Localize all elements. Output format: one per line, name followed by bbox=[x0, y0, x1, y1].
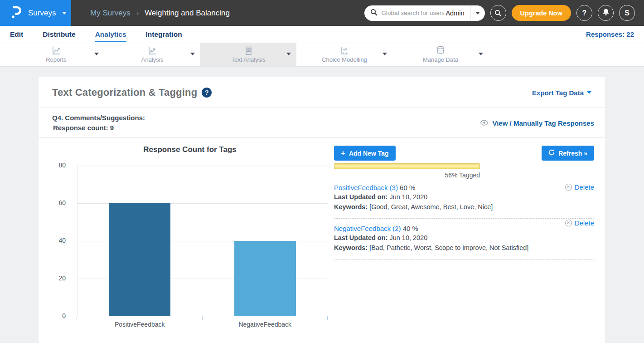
add-new-tag-button[interactable]: + Add New Tag bbox=[334, 146, 396, 161]
tab-manage-data-caret-icon[interactable] bbox=[479, 53, 483, 55]
breadcrumb: My Surveys › Weighting and Balancing bbox=[90, 9, 230, 18]
tag-name-line: PositiveFeedback (3) 60 % bbox=[334, 183, 594, 192]
bar-PositiveFeedback bbox=[109, 203, 170, 316]
text-document-icon bbox=[244, 46, 253, 55]
tag-name-line: NegativeFeedback (2) 40 % bbox=[334, 224, 594, 233]
circle-x-icon: ✕ bbox=[565, 184, 572, 191]
bell-icon bbox=[602, 8, 610, 18]
tab-label: Text Analysis bbox=[231, 56, 265, 63]
export-tag-data-dropdown[interactable]: Export Tag Data bbox=[532, 89, 591, 97]
analytics-tab-bar: Reports Analysis Text Analysis Choice Mo… bbox=[0, 43, 644, 67]
global-search-bar: Admin bbox=[364, 5, 484, 21]
tag-keywords-line: Keywords: [Good, Great, Awesome, Best, L… bbox=[334, 202, 594, 212]
tab-reports-caret-icon[interactable] bbox=[94, 53, 99, 55]
bar-NegativeFeedback bbox=[234, 241, 296, 316]
search-scope-dropdown[interactable] bbox=[470, 5, 485, 21]
search-icon bbox=[370, 9, 378, 18]
y-tick-label: 80 bbox=[58, 162, 66, 169]
scatter-chart-icon bbox=[147, 46, 157, 55]
nav-item-distribute[interactable]: Distribute bbox=[43, 27, 75, 42]
tab-label: Reports bbox=[46, 56, 67, 63]
database-icon bbox=[436, 46, 445, 55]
x-axis-tick bbox=[327, 316, 328, 320]
questionpro-logo-icon bbox=[10, 5, 22, 21]
plus-icon: + bbox=[341, 149, 345, 157]
tag-name-link[interactable]: PositiveFeedback (3) bbox=[334, 184, 398, 191]
updated-value: Jun 10, 2020 bbox=[389, 193, 427, 201]
tag-percent: 40 % bbox=[403, 225, 418, 232]
tab-text-analysis[interactable]: Text Analysis bbox=[200, 43, 296, 66]
add-new-tag-label: Add New Tag bbox=[349, 150, 389, 157]
view-manually-tag-link[interactable]: View / Manually Tag Responses bbox=[480, 119, 594, 127]
tab-analysis[interactable]: Analysis bbox=[104, 43, 200, 66]
x-axis-tick bbox=[77, 316, 77, 320]
breadcrumb-my-surveys[interactable]: My Surveys bbox=[90, 9, 131, 18]
survey-nav: Edit Distribute Analytics Integration Re… bbox=[0, 26, 644, 43]
delete-tag-button[interactable]: ✕ Delete bbox=[565, 183, 594, 191]
tagged-progress-bar bbox=[334, 163, 480, 169]
tab-label: Choice Modelling bbox=[322, 56, 367, 63]
tab-choice-modelling-caret-icon[interactable] bbox=[383, 53, 387, 55]
tab-label: Analysis bbox=[141, 56, 163, 63]
y-tick-label: 0 bbox=[62, 312, 66, 319]
question-header: Q4. Comments/Suggestions: Response count… bbox=[39, 108, 605, 138]
nav-item-analytics[interactable]: Analytics bbox=[95, 27, 126, 42]
tag-updated-line: Last Updated on: Jun 10, 2020 bbox=[334, 192, 594, 202]
text-tagging-panel: Text Categorization & Tagging ? Export T… bbox=[39, 77, 605, 343]
tab-choice-modelling[interactable]: Choice Modelling bbox=[296, 43, 392, 66]
tag-item-negative-feedback: NegativeFeedback (2) 40 % Last Updated o… bbox=[334, 219, 594, 260]
plot-area bbox=[77, 166, 328, 316]
x-axis-tick bbox=[202, 316, 203, 320]
responses-count[interactable]: Responses: 22 bbox=[586, 30, 634, 38]
chart-title: Response Count for Tags bbox=[52, 145, 328, 154]
response-count-chart: Response Count for Tags 020406080 Positi… bbox=[52, 138, 334, 341]
y-tick-label: 40 bbox=[58, 237, 66, 244]
delete-tag-button[interactable]: ✕ Delete bbox=[565, 219, 594, 227]
line-chart-icon bbox=[51, 46, 61, 55]
x-category-label: PositiveFeedback bbox=[115, 321, 165, 328]
upgrade-now-button[interactable]: Upgrade Now bbox=[512, 5, 571, 21]
panel-header: Text Categorization & Tagging ? Export T… bbox=[39, 77, 605, 108]
refresh-button[interactable]: Refresh » bbox=[542, 146, 594, 161]
y-tick-label: 20 bbox=[58, 274, 66, 282]
gridline bbox=[77, 166, 328, 166]
survey-nav-items: Edit Distribute Analytics Integration bbox=[10, 27, 182, 42]
search-button[interactable] bbox=[490, 5, 506, 21]
tab-analysis-caret-icon[interactable] bbox=[190, 53, 195, 55]
nav-item-edit[interactable]: Edit bbox=[10, 27, 23, 42]
product-name: Surveys bbox=[28, 9, 56, 18]
question-mark-icon: ? bbox=[582, 9, 587, 17]
tab-text-analysis-caret-icon[interactable] bbox=[286, 53, 291, 55]
chevron-down-icon bbox=[587, 91, 591, 94]
tag-name-link[interactable]: NegativeFeedback (2) bbox=[334, 225, 401, 232]
help-circle-icon[interactable]: ? bbox=[202, 88, 212, 98]
y-tick-label: 60 bbox=[58, 199, 66, 206]
tag-item-positive-feedback: PositiveFeedback (3) 60 % Last Updated o… bbox=[334, 183, 594, 219]
user-avatar[interactable]: S bbox=[619, 5, 635, 21]
tag-updated-line: Last Updated on: Jun 10, 2020 bbox=[334, 233, 594, 243]
tags-panel: + Add New Tag Refresh » 56% Tagged bbox=[334, 138, 594, 341]
plot-wrapper: 020406080 bbox=[52, 166, 334, 316]
export-label: Export Tag Data bbox=[532, 89, 584, 97]
global-search-input[interactable] bbox=[381, 10, 444, 16]
app-screen: Surveys My Surveys › Weighting and Balan… bbox=[0, 0, 644, 343]
nav-item-integration[interactable]: Integration bbox=[146, 27, 182, 42]
tab-reports[interactable]: Reports bbox=[8, 43, 104, 66]
circle-x-icon: ✕ bbox=[565, 220, 572, 226]
main-area: Text Categorization & Tagging ? Export T… bbox=[0, 67, 644, 343]
top-bar: Surveys My Surveys › Weighting and Balan… bbox=[0, 0, 644, 26]
tab-manage-data[interactable]: Manage Data bbox=[392, 43, 489, 66]
tab-label: Manage Data bbox=[423, 56, 458, 63]
refresh-icon bbox=[548, 149, 555, 157]
search-scope-label[interactable]: Admin bbox=[444, 10, 470, 17]
keywords-value: [Good, Great, Awesome, Best, Love, Nice] bbox=[369, 203, 493, 211]
delete-label: Delete bbox=[575, 183, 594, 191]
response-count: Response count: 9 bbox=[52, 123, 145, 133]
product-switcher[interactable]: Surveys bbox=[0, 0, 71, 26]
notifications-button[interactable] bbox=[598, 5, 614, 21]
keywords-label: Keywords: bbox=[334, 244, 368, 251]
keywords-value: [Bad, Pathetic, Worst, Scope to improve,… bbox=[369, 244, 528, 251]
delete-label: Delete bbox=[575, 219, 594, 227]
breadcrumb-separator-icon: › bbox=[136, 9, 139, 17]
help-button[interactable]: ? bbox=[576, 5, 592, 21]
